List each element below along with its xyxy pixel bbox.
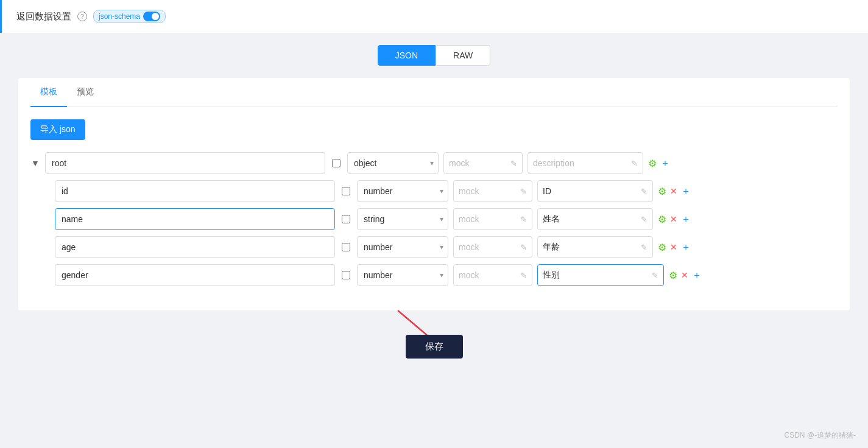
schema-row-age: number string boolean object array ▾ moc…	[30, 236, 838, 258]
action-icons-gender: ⚙ ✕ ＋	[669, 269, 702, 282]
close-icon-age[interactable]: ✕	[670, 242, 677, 252]
main-panel: 模板 预览 导入 json ▼ object string number bo	[18, 78, 850, 310]
json-format-button[interactable]: JSON	[378, 45, 436, 66]
description-wrapper-root: description ✎	[528, 152, 643, 174]
description-wrapper-id: ID ✎	[537, 180, 653, 202]
close-icon-name[interactable]: ✕	[670, 214, 677, 224]
mock-wrapper-name: mock ✎	[453, 208, 532, 230]
checkbox-cell-name	[340, 215, 352, 223]
mock-wrapper-gender: mock ✎	[453, 264, 532, 286]
help-icon[interactable]: ?	[77, 12, 87, 21]
checkbox-id[interactable]	[342, 187, 350, 195]
gear-icon-root[interactable]: ⚙	[648, 158, 657, 169]
plus-icon-gender[interactable]: ＋	[692, 269, 702, 282]
description-edit-icon-name[interactable]: ✎	[641, 215, 647, 224]
import-json-button[interactable]: 导入 json	[30, 119, 85, 140]
mock-text-name: mock	[459, 214, 518, 224]
description-wrapper-gender: ✎	[537, 264, 664, 286]
close-icon-id[interactable]: ✕	[670, 186, 677, 196]
mock-edit-icon-age[interactable]: ✎	[520, 243, 527, 252]
mock-edit-icon-gender[interactable]: ✎	[520, 271, 527, 280]
type-select-age[interactable]: number string boolean object array	[357, 236, 448, 258]
mock-text-root: mock	[449, 158, 508, 168]
description-text-name: 姓名	[543, 214, 638, 225]
checkbox-cell-root	[330, 159, 342, 167]
description-edit-icon-gender[interactable]: ✎	[652, 271, 658, 280]
description-edit-icon-age[interactable]: ✎	[641, 243, 647, 252]
field-name-age[interactable]	[55, 236, 335, 258]
description-wrapper-name: 姓名 ✎	[537, 208, 653, 230]
plus-icon-root[interactable]: ＋	[660, 157, 670, 170]
action-icons-id: ⚙ ✕ ＋	[658, 185, 691, 198]
expand-icon-root[interactable]: ▼	[30, 158, 40, 168]
schema-row-gender: number string boolean object array ▾ moc…	[30, 264, 838, 286]
format-switcher: JSON RAW	[0, 33, 868, 78]
mock-edit-icon-id[interactable]: ✎	[520, 187, 527, 196]
action-icons-age: ⚙ ✕ ＋	[658, 241, 691, 254]
description-wrapper-age: 年龄 ✎	[537, 236, 653, 258]
description-edit-icon-id[interactable]: ✎	[641, 187, 647, 196]
gear-icon-age[interactable]: ⚙	[658, 242, 666, 253]
json-schema-toggle[interactable]	[143, 12, 160, 21]
description-placeholder-root: description	[533, 158, 629, 168]
checkbox-root[interactable]	[332, 159, 340, 167]
checkbox-gender[interactable]	[342, 271, 350, 279]
schema-row-id: number string boolean object array ▾ moc…	[30, 180, 838, 202]
type-select-id[interactable]: number string boolean object array	[357, 180, 448, 202]
tab-preview[interactable]: 预览	[67, 78, 104, 107]
field-name-name[interactable]	[55, 208, 335, 230]
watermark: CSDN @-追梦的猪猪-	[784, 430, 856, 441]
checkbox-name[interactable]	[342, 215, 350, 223]
schema-row-root: ▼ object string number boolean array ▾	[30, 152, 838, 174]
tabs: 模板 预览	[30, 78, 838, 107]
gear-icon-name[interactable]: ⚙	[658, 214, 666, 225]
page-title: 返回数据设置	[16, 11, 71, 23]
type-select-name[interactable]: string number boolean object array	[357, 208, 448, 230]
description-input-gender[interactable]	[543, 270, 649, 280]
type-wrapper-id: number string boolean object array ▾	[357, 180, 448, 202]
description-edit-icon-root[interactable]: ✎	[631, 159, 638, 168]
header-section: 返回数据设置 ? json-schema	[0, 0, 868, 33]
plus-icon-name[interactable]: ＋	[681, 213, 691, 226]
raw-format-button[interactable]: RAW	[436, 45, 490, 66]
field-name-root[interactable]	[45, 152, 325, 174]
plus-icon-age[interactable]: ＋	[681, 241, 691, 254]
gear-icon-id[interactable]: ⚙	[658, 186, 666, 197]
plus-icon-id[interactable]: ＋	[681, 185, 691, 198]
type-select-gender[interactable]: number string boolean object array	[357, 264, 448, 286]
save-button[interactable]: 保存	[406, 335, 463, 359]
type-wrapper-gender: number string boolean object array ▾	[357, 264, 448, 286]
close-icon-gender[interactable]: ✕	[681, 270, 688, 280]
schema-container: ▼ object string number boolean array ▾	[30, 152, 838, 286]
json-schema-badge: json-schema	[93, 10, 166, 23]
page-wrapper: 返回数据设置 ? json-schema JSON RAW 模板 预览 导入 j…	[0, 0, 868, 448]
description-text-age: 年龄	[543, 242, 638, 253]
checkbox-cell-age	[340, 243, 352, 251]
mock-text-id: mock	[459, 186, 518, 196]
checkbox-cell-gender	[340, 271, 352, 279]
schema-row-name: string number boolean object array ▾ moc…	[30, 208, 838, 230]
mock-text-gender: mock	[459, 270, 518, 280]
type-wrapper-age: number string boolean object array ▾	[357, 236, 448, 258]
badge-label: json-schema	[99, 12, 140, 21]
mock-wrapper-root: mock ✎	[443, 152, 523, 174]
description-text-id: ID	[543, 186, 638, 196]
tab-template[interactable]: 模板	[30, 78, 67, 107]
gear-icon-gender[interactable]: ⚙	[669, 270, 677, 281]
mock-wrapper-id: mock ✎	[453, 180, 532, 202]
type-wrapper-root: object string number boolean array ▾	[347, 152, 439, 174]
type-wrapper-name: string number boolean object array ▾	[357, 208, 448, 230]
checkbox-cell-id	[340, 187, 352, 195]
field-name-id[interactable]	[55, 180, 335, 202]
mock-text-age: mock	[459, 242, 518, 252]
action-icons-name: ⚙ ✕ ＋	[658, 213, 691, 226]
checkbox-age[interactable]	[342, 243, 350, 251]
mock-wrapper-age: mock ✎	[453, 236, 532, 258]
mock-edit-icon-name[interactable]: ✎	[520, 215, 527, 224]
action-icons-root: ⚙ ＋	[648, 157, 670, 170]
mock-edit-icon-root[interactable]: ✎	[510, 159, 517, 168]
type-select-root[interactable]: object string number boolean array	[347, 152, 439, 174]
field-name-gender[interactable]	[55, 264, 335, 286]
